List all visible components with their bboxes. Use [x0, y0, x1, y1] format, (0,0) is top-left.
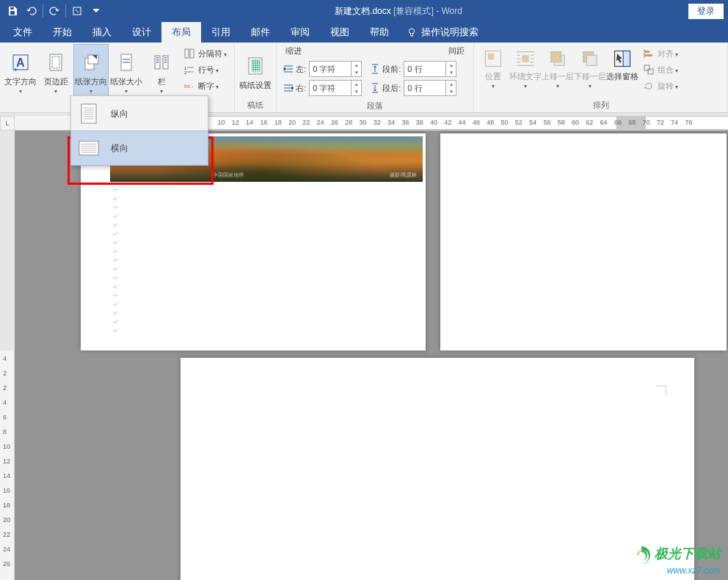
ruler-mark: 2 — [3, 384, 7, 392]
wrap-text-button: 环绕文字 ▾ — [509, 44, 542, 98]
redo-button[interactable] — [45, 1, 64, 21]
spin-down[interactable]: ▼ — [446, 69, 456, 76]
orientation-landscape-item[interactable]: 横向 — [70, 131, 208, 166]
tab-design[interactable]: 设计 — [122, 22, 161, 43]
ruler-mark: 70 — [643, 119, 650, 126]
spacing-after-spinner[interactable]: ▲▼ — [446, 80, 456, 96]
tab-file[interactable]: 文件 — [3, 22, 43, 43]
breaks-button[interactable]: 分隔符 ▾ — [179, 45, 231, 62]
group-arrange: 位置 ▾ 环绕文字 ▾ 上移一层 ▾ 下移一层 ▾ 选择窗格 — [474, 43, 728, 112]
indent-right-spinner[interactable]: ▲▼ — [352, 80, 362, 96]
document-area[interactable]: 摄影/高原林 中国国家地理 ↵↵↵↵↵↵↵↵↵↵↵↵↵↵↵↵↵ — [15, 131, 728, 580]
menu-bar: 文件 开始 插入 设计 布局 引用 邮件 审阅 视图 帮助 操作说明搜索 — [0, 22, 728, 43]
ruler-mark: 20 — [3, 516, 10, 524]
ruler-mark: 32 — [374, 119, 381, 126]
spin-down[interactable]: ▼ — [352, 88, 361, 95]
chevron-down-icon: ▾ — [160, 88, 163, 95]
manuscript-button[interactable]: 稿纸设置 — [238, 44, 273, 98]
indent-left-label: 左: — [296, 64, 306, 75]
svg-rect-29 — [644, 65, 649, 70]
rotate-button: 旋转 ▾ — [638, 78, 682, 94]
indent-left-input[interactable] — [309, 61, 352, 77]
spin-down[interactable]: ▼ — [352, 69, 361, 76]
hyphenation-label: 断字 — [198, 81, 214, 92]
spacing-before-input[interactable] — [404, 61, 446, 77]
svg-text:A: A — [16, 56, 25, 69]
title-mode: [兼容模式] — [393, 6, 434, 16]
save-button[interactable] — [3, 1, 22, 21]
chevron-down-icon: ▾ — [674, 67, 678, 74]
ruler-corner: L — [0, 116, 15, 131]
svg-text:bc: bc — [184, 83, 190, 89]
qat-customize-button[interactable] — [87, 1, 106, 21]
touch-mode-button[interactable] — [68, 1, 87, 21]
tab-review[interactable]: 审阅 — [280, 22, 320, 43]
ruler-mark: 8 — [3, 428, 7, 436]
bring-forward-label: 上移一层 — [542, 72, 574, 81]
send-backward-button: 下移一层 ▾ — [574, 44, 606, 98]
position-label: 位置 — [485, 72, 501, 81]
login-button[interactable]: 登录 — [688, 4, 724, 19]
spin-up[interactable]: ▲ — [352, 62, 361, 69]
ruler-mark: 44 — [459, 119, 466, 126]
chevron-down-icon: ▾ — [214, 84, 219, 90]
manuscript-group-label: 稿纸 — [238, 98, 273, 113]
tab-references[interactable]: 引用 — [201, 22, 241, 43]
indent-right-label: 右: — [296, 83, 306, 94]
undo-button[interactable] — [22, 1, 41, 21]
tab-home[interactable]: 开始 — [43, 22, 82, 43]
ruler-mark: 22 — [302, 119, 310, 126]
ruler-mark: 46 — [473, 119, 480, 126]
orientation-button[interactable]: 纸张方向 ▾ — [73, 44, 109, 98]
group-icon — [644, 65, 654, 75]
spin-up[interactable]: ▲ — [446, 62, 456, 69]
chevron-down-icon: ▾ — [674, 51, 678, 58]
tab-view[interactable]: 视图 — [320, 22, 360, 43]
wrap-text-label: 环绕文字 — [509, 72, 542, 81]
ruler-mark: 26 — [3, 560, 10, 568]
size-button[interactable]: 纸张大小 ▾ — [109, 44, 144, 98]
orientation-icon — [81, 52, 101, 73]
send-backward-icon — [580, 48, 600, 69]
tell-me-search[interactable]: 操作说明搜索 — [399, 22, 486, 43]
indent-left-icon — [283, 63, 294, 75]
orientation-dropdown: 纵向 横向 — [70, 95, 208, 166]
paragraph-group-label: 段落 — [280, 99, 470, 114]
ruler-mark: 16 — [260, 119, 267, 126]
hyphenation-button[interactable]: bc- 断字 ▾ — [179, 78, 231, 94]
indent-right-input[interactable] — [309, 80, 352, 96]
touch-icon — [72, 6, 82, 16]
line-numbers-button[interactable]: 12 行号 ▾ — [179, 62, 231, 78]
svg-rect-20 — [523, 55, 529, 62]
text-direction-button[interactable]: A 文字方向 ▾ — [3, 44, 38, 98]
chevron-down-icon: ▾ — [214, 67, 219, 74]
ruler-mark: 24 — [317, 119, 324, 126]
spacing-after-input[interactable] — [404, 80, 446, 96]
svg-rect-27 — [645, 51, 649, 53]
position-icon — [483, 48, 503, 69]
indent-left-spinner[interactable]: ▲▼ — [352, 61, 362, 77]
group-paragraph: 缩进 间距 左: ▲▼ 段前: ▲▼ 右: ▲▼ 段后 — [277, 43, 474, 112]
svg-rect-22 — [551, 52, 561, 62]
ruler-mark: 4 — [3, 355, 7, 362]
breaks-label: 分隔符 — [198, 48, 222, 59]
orientation-label: 纸张方向 — [75, 77, 107, 87]
columns-label: 栏 — [158, 77, 166, 87]
vertical-ruler[interactable]: 422468101214161820222426 — [0, 350, 15, 580]
orientation-portrait-item[interactable]: 纵向 — [71, 96, 208, 131]
columns-button[interactable]: 栏 ▾ — [144, 44, 179, 98]
tab-layout[interactable]: 布局 — [161, 22, 201, 43]
tab-help[interactable]: 帮助 — [360, 22, 399, 43]
spin-down[interactable]: ▼ — [446, 88, 456, 95]
spin-up[interactable]: ▲ — [352, 81, 361, 88]
svg-rect-31 — [81, 104, 96, 123]
ruler-mark: 24 — [3, 546, 10, 553]
spin-up[interactable]: ▲ — [446, 81, 456, 88]
ruler-mark: 72 — [657, 119, 664, 126]
margins-button[interactable]: 页边距 ▾ — [38, 44, 73, 98]
tab-insert[interactable]: 插入 — [82, 22, 122, 43]
spacing-before-spinner[interactable]: ▲▼ — [446, 61, 456, 77]
page-corner-mark — [656, 386, 666, 396]
selection-pane-button[interactable]: 选择窗格 — [606, 44, 638, 98]
tab-mailings[interactable]: 邮件 — [241, 22, 280, 43]
